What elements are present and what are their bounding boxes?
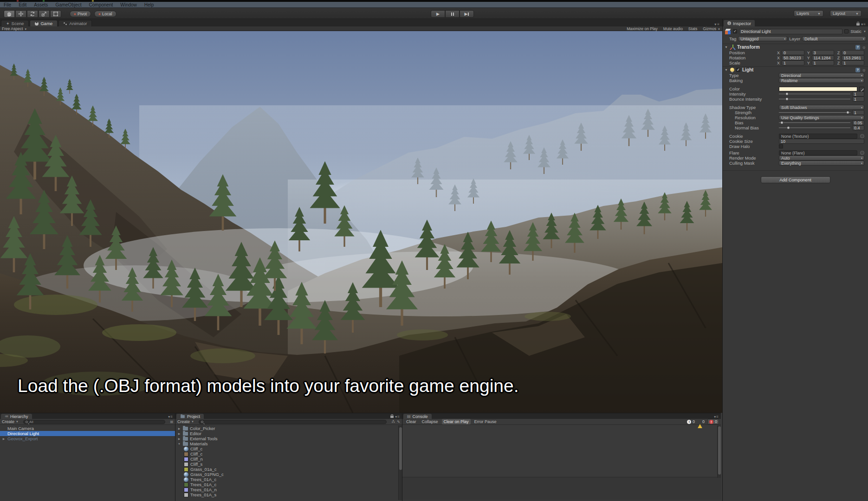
slider-thumb[interactable] xyxy=(785,97,789,101)
gizmos-dropdown[interactable]: Gizmos▼ xyxy=(703,26,720,31)
console-scrollbar[interactable] xyxy=(717,425,721,478)
project-item-trees-01a-s[interactable]: Trees_01A_s xyxy=(175,492,402,497)
slider-thumb[interactable] xyxy=(846,111,849,114)
move-tool-button[interactable] xyxy=(15,10,26,18)
slider-thumb[interactable] xyxy=(780,121,784,124)
console-collapse-toggle[interactable]: Collapse xyxy=(420,419,440,424)
tab-project[interactable]: Project xyxy=(176,414,204,419)
panel-menu-icon[interactable]: ▾≡ xyxy=(714,415,721,419)
slider-value-field[interactable]: 1 xyxy=(852,91,864,96)
panel-menu-icon[interactable]: ▾≡ xyxy=(168,415,175,419)
resolution-dropdown[interactable]: Use Quality Settings xyxy=(779,115,864,120)
help-icon[interactable]: ? xyxy=(855,68,860,72)
intensity-slider[interactable] xyxy=(779,91,850,96)
scale-z-field[interactable]: 1 xyxy=(842,60,864,65)
tab-game[interactable]: Game xyxy=(30,20,58,26)
shadow-type-dropdown[interactable]: Soft Shadows xyxy=(779,105,864,110)
hierarchy-item-main-camera[interactable]: Main Camera xyxy=(0,426,175,431)
game-view[interactable]: Load the (.OBJ format) models into your … xyxy=(0,31,722,413)
project-item-cliff-s[interactable]: Cliff_s xyxy=(175,462,402,467)
project-item-trees-01a-c[interactable]: Trees_01A_c xyxy=(175,482,402,487)
project-item-cliff-c[interactable]: Cliff_c xyxy=(175,446,402,451)
object-picker-icon[interactable] xyxy=(860,134,864,138)
foldout-icon[interactable]: ▶ xyxy=(177,427,181,430)
hierarchy-item-geovox-export[interactable]: ▶Geovox_Export xyxy=(0,436,175,441)
step-button[interactable]: ▶ xyxy=(460,10,474,18)
project-create-button[interactable]: Create▼ xyxy=(177,419,194,424)
gear-icon[interactable]: ☼ xyxy=(862,68,866,72)
slider-value-field[interactable]: 0.4 xyxy=(852,125,864,130)
expand-icon[interactable]: ▶ xyxy=(2,437,6,440)
help-icon[interactable]: ? xyxy=(855,45,860,50)
project-item-trees-01a-n[interactable]: Trees_01A_n xyxy=(175,487,402,492)
menu-item-window[interactable]: Window xyxy=(120,2,137,7)
local-toggle-button[interactable]: Local xyxy=(94,11,117,17)
rotation-z-field[interactable]: 153.2981 xyxy=(842,55,864,60)
layer-dropdown[interactable]: Default xyxy=(802,36,866,41)
draw-halo-checkbox[interactable] xyxy=(779,144,783,148)
menu-item-component[interactable]: Component xyxy=(89,2,113,7)
maximize-on-play-toggle[interactable]: Maximize on Play xyxy=(627,26,658,31)
project-item-editor[interactable]: ▶Editor xyxy=(175,431,402,436)
static-dropdown-icon[interactable]: ▼ xyxy=(863,30,866,33)
hierarchy-item-directional-light[interactable]: Directional Light xyxy=(0,431,175,436)
layout-dropdown[interactable]: Layout▼ xyxy=(830,10,862,17)
search-by-type-icon[interactable]: ⁂ xyxy=(391,420,395,424)
project-scrollbar[interactable] xyxy=(398,425,402,500)
pause-button[interactable] xyxy=(445,10,460,18)
console-clear-on-play-toggle[interactable]: Clear on Play xyxy=(442,419,471,424)
project-item-trees-01a-c[interactable]: Trees_01A_c xyxy=(175,477,402,482)
panel-menu-icon[interactable]: ▾≡ xyxy=(856,22,868,26)
menu-item-edit[interactable]: Edit xyxy=(19,2,26,7)
type-dropdown[interactable]: Directional xyxy=(779,73,864,78)
aspect-dropdown[interactable]: Free Aspect▼ xyxy=(2,26,27,31)
culling-mask-dropdown[interactable]: Everything xyxy=(779,161,864,166)
console-error-counter[interactable]: ! 0 xyxy=(707,419,719,424)
hand-tool-button[interactable] xyxy=(4,10,15,18)
light-component-header[interactable]: ▼ ✓ Light ? ☼ xyxy=(723,66,868,73)
rotation-y-field[interactable]: 114.1284 xyxy=(812,55,835,60)
tab-hierarchy[interactable]: ≔ Hierarchy xyxy=(1,414,32,419)
console-error-pause-toggle[interactable]: Error Pause xyxy=(473,419,499,424)
foldout-icon[interactable]: ▼ xyxy=(725,45,728,49)
scale-x-field[interactable]: 1 xyxy=(782,60,804,65)
project-item-external-tools[interactable]: ▶External Tools xyxy=(175,436,402,441)
rotation-x-field[interactable]: 50.38223 xyxy=(782,55,804,60)
transform-component-header[interactable]: ▼ Transform ? ☼ xyxy=(723,44,868,50)
slider-value-field[interactable]: 1 xyxy=(852,96,864,102)
project-search-input[interactable] xyxy=(199,420,387,424)
tag-dropdown[interactable]: Untagged xyxy=(738,36,787,41)
layers-dropdown[interactable]: Layers▼ xyxy=(794,10,823,17)
slider-value-field[interactable]: 0.05 xyxy=(852,120,864,125)
object-picker-icon[interactable] xyxy=(860,151,864,155)
hierarchy-create-button[interactable]: Create▼ xyxy=(2,419,19,424)
gear-icon[interactable]: ☼ xyxy=(862,45,866,50)
foldout-icon[interactable]: ▶ xyxy=(177,437,181,440)
console-message-list[interactable] xyxy=(402,425,721,477)
add-component-button[interactable]: Add Component xyxy=(761,176,830,183)
tab-scene[interactable]: ✦ Scene xyxy=(1,20,29,26)
rect-tool-button[interactable] xyxy=(50,10,61,18)
project-item-grass-01png-c[interactable]: Grass_01PNG_c xyxy=(175,472,402,477)
static-checkbox[interactable] xyxy=(844,29,849,33)
color-picker-icon[interactable] xyxy=(859,87,864,91)
rotate-tool-button[interactable] xyxy=(27,10,38,18)
menu-item-help[interactable]: Help xyxy=(144,2,154,7)
color-swatch[interactable] xyxy=(779,87,857,91)
position-x-field[interactable]: 0 xyxy=(782,50,804,55)
tab-inspector[interactable]: i Inspector xyxy=(724,20,755,26)
bounce-intensity-slider[interactable] xyxy=(779,96,850,102)
project-item-cliff-c[interactable]: Cliff_c xyxy=(175,451,402,456)
active-checkbox[interactable]: ✓ xyxy=(733,29,737,33)
console-info-counter[interactable]: ! 0 xyxy=(687,419,695,424)
render-mode-dropdown[interactable]: Auto xyxy=(779,155,864,161)
search-by-label-icon[interactable]: ✎ xyxy=(397,420,400,424)
slider-thumb[interactable] xyxy=(785,92,789,96)
panel-menu-icon[interactable]: ▾≡ xyxy=(390,415,402,419)
foldout-icon[interactable]: ▼ xyxy=(177,443,181,445)
light-enabled-checkbox[interactable]: ✓ xyxy=(736,68,740,72)
menu-item-file[interactable]: File xyxy=(4,2,11,7)
position-z-field[interactable]: 0 xyxy=(842,50,864,55)
project-item-cliff-n[interactable]: Cliff_n xyxy=(175,456,402,462)
mute-audio-toggle[interactable]: Mute audio xyxy=(663,26,683,31)
